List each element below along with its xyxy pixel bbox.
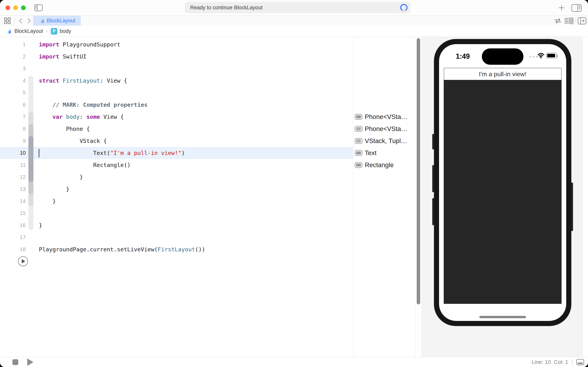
zoom-window-button[interactable] [21, 5, 26, 10]
code-line-7[interactable]: 7 var body: some View { [0, 111, 353, 123]
code-lines: 1import PlaygroundSupport2import SwiftUI… [0, 39, 353, 255]
code-line-9[interactable]: 9 VStack { [0, 135, 353, 147]
code-line-15[interactable]: 15 [0, 207, 353, 219]
close-window-button[interactable] [5, 5, 10, 10]
toggle-right-sidebar-icon[interactable] [571, 4, 582, 12]
code-line-6[interactable]: 6 // MARK: Computed properties [0, 99, 353, 111]
line-number[interactable]: 9 [0, 138, 26, 144]
code-text: Text("I'm a pull-in view!") [39, 150, 185, 156]
code-text: } [39, 174, 83, 180]
line-number[interactable]: 18 [0, 246, 26, 252]
play-icon[interactable] [27, 359, 34, 366]
code-line-8[interactable]: 8 Phone { [0, 123, 353, 135]
activity-status-pill: Ready to continue BlockLayout [185, 2, 410, 13]
tab-label: BlockLayout [47, 18, 75, 24]
code-line-1[interactable]: 1import PlaygroundSupport [0, 39, 353, 50]
result-annotation[interactable]: Phone<VSta… [355, 123, 407, 135]
line-number[interactable]: 8 [0, 126, 26, 132]
toggle-debug-area-icon[interactable] [576, 359, 584, 365]
tab-blocklayout[interactable]: BlockLayout [33, 16, 81, 26]
progress-spinner [400, 4, 408, 11]
playground-page-badge: P [51, 28, 57, 35]
swap-editor-icon[interactable] [553, 18, 562, 24]
code-line-2[interactable]: 2import SwiftUI [0, 50, 353, 63]
code-text: } [39, 198, 56, 204]
code-text: VStack { [39, 138, 107, 144]
volume-down-button [432, 198, 434, 225]
line-number[interactable]: 17 [0, 234, 26, 241]
action-button [432, 134, 434, 150]
volume-up-button [432, 165, 434, 192]
line-number[interactable]: 2 [0, 54, 26, 60]
iphone-screen: 1:49 I'm a pull-in view! [439, 44, 566, 321]
code-text: } [39, 186, 69, 192]
result-annotation[interactable]: VStack, Tupl… [355, 135, 407, 147]
right-edge-strip [583, 37, 588, 357]
result-annotation[interactable]: Phone<VSta… [355, 111, 407, 123]
go-back-icon[interactable] [18, 18, 23, 24]
breadcrumb-symbol[interactable]: body [60, 28, 71, 34]
code-line-10[interactable]: 10 Text("I'm a pull-in view!") [0, 147, 353, 159]
breadcrumb-project[interactable]: BlockLayout [14, 28, 43, 34]
code-line-4[interactable]: 4struct FirstLayout: View { [0, 75, 353, 87]
tab-overview-icon[interactable] [4, 17, 11, 24]
battery-icon [546, 53, 557, 58]
status-bar: Line: 10 Col: 1 [0, 357, 588, 367]
line-number[interactable]: 6 [0, 102, 26, 108]
code-line-16[interactable]: 16} [0, 219, 353, 231]
stop-icon[interactable] [12, 359, 18, 365]
preview-text: I'm a pull-in view! [479, 71, 526, 78]
text-cursor [39, 149, 39, 158]
code-text: import SwiftUI [39, 53, 86, 60]
code-text: // MARK: Computed properties [39, 101, 148, 108]
run-playground-button[interactable] [18, 256, 28, 266]
code-line-5[interactable]: 5 [0, 87, 353, 99]
code-line-14[interactable]: 14 } [0, 195, 353, 207]
swift-icon [39, 18, 45, 24]
minimize-window-button[interactable] [13, 5, 18, 10]
result-annotation[interactable]: Rectangle [355, 159, 394, 171]
go-forward-icon[interactable] [26, 18, 32, 24]
divider [415, 37, 416, 357]
line-number[interactable]: 1 [0, 42, 26, 48]
line-number[interactable]: 3 [0, 66, 26, 72]
xcode-playground-window: Ready to continue BlockLayout [0, 0, 588, 367]
divider [14, 18, 15, 23]
divider [572, 359, 572, 365]
add-button[interactable] [558, 4, 565, 11]
result-label: Text [365, 149, 377, 157]
result-label: Phone<VSta… [365, 125, 407, 133]
live-view-pane: 1:49 I'm a pull-in view! [421, 37, 583, 357]
code-line-18[interactable]: 18PlaygroundPage.current.setLiveView(Fir… [0, 243, 353, 255]
result-label: Phone<VSta… [365, 113, 407, 121]
result-label: Rectangle [365, 161, 394, 169]
code-text: PlaygroundPage.current.setLiveView(First… [39, 246, 205, 253]
code-line-13[interactable]: 13 } [0, 183, 353, 195]
code-line-11[interactable]: 11 Rectangle() [0, 159, 353, 171]
line-number[interactable]: 4 [0, 78, 26, 84]
line-number[interactable]: 12 [0, 174, 26, 180]
result-annotation[interactable]: Text [355, 147, 377, 159]
toggle-left-sidebar-icon[interactable] [34, 4, 43, 11]
line-number[interactable]: 14 [0, 198, 26, 204]
line-number[interactable]: 5 [0, 90, 26, 96]
code-editor[interactable]: 1import PlaygroundSupport2import SwiftUI… [0, 37, 353, 357]
editor-options-icon[interactable] [564, 17, 574, 24]
editor-scrollbar[interactable] [417, 38, 420, 304]
code-line-3[interactable]: 3 [0, 63, 353, 75]
code-line-17[interactable]: 17 [0, 231, 353, 243]
line-number[interactable]: 10 [0, 150, 26, 156]
line-number[interactable]: 16 [0, 222, 26, 228]
dynamic-island [482, 48, 523, 65]
iphone-preview: 1:49 I'm a pull-in view! [434, 39, 571, 326]
code-text: Phone { [39, 125, 90, 132]
code-text: Rectangle() [39, 162, 130, 168]
block-filled-icon [355, 150, 362, 156]
add-editor-split-icon[interactable] [578, 17, 587, 25]
line-number[interactable]: 15 [0, 210, 26, 216]
line-number[interactable]: 7 [0, 114, 26, 120]
title-bar: Ready to continue BlockLayout [0, 0, 588, 16]
line-number[interactable]: 11 [0, 162, 26, 168]
line-number[interactable]: 13 [0, 186, 26, 192]
code-line-12[interactable]: 12 } [0, 171, 353, 183]
